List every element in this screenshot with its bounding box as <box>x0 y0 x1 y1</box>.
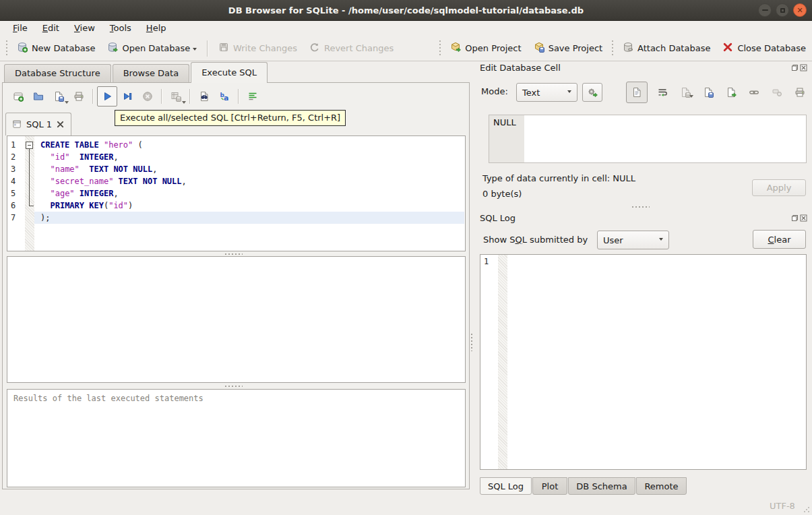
set-null-button <box>769 84 785 100</box>
splitter-handle[interactable] <box>225 386 243 387</box>
dock-close-icon[interactable] <box>800 64 807 71</box>
pane-splitter-handle[interactable] <box>471 334 472 351</box>
close-database-button[interactable]: Close Database <box>716 38 812 58</box>
find-replace-button[interactable] <box>194 86 214 107</box>
fold-marker[interactable] <box>26 142 33 149</box>
close-database-icon <box>722 42 733 55</box>
link-button[interactable] <box>746 84 762 100</box>
tab-database-structure[interactable]: Database Structure <box>4 64 111 82</box>
execute-current-line-button[interactable] <box>117 86 137 107</box>
revert-changes-button: Revert Changes <box>303 38 400 58</box>
titlebar[interactable]: DB Browser for SQLite - /home/user/code/… <box>0 0 812 21</box>
tab-sql-log[interactable]: SQL Log <box>480 477 532 495</box>
execute-sql-button[interactable] <box>97 86 117 107</box>
results-message-area[interactable]: Results of the last executed statements <box>7 389 466 487</box>
print-icon <box>73 91 84 102</box>
open-sql-file-button[interactable] <box>28 86 49 107</box>
line-number: 3 <box>7 163 25 175</box>
code-line: ); <box>34 212 464 224</box>
open-sql-file-icon <box>33 91 44 102</box>
line-number: 1 <box>7 139 25 151</box>
new-database-button[interactable]: New Database <box>11 38 102 58</box>
menu-item-file[interactable]: File <box>5 22 35 34</box>
cell-print-button[interactable] <box>792 84 808 100</box>
execute-current-line-icon <box>122 91 133 102</box>
tab-plot[interactable]: Plot <box>532 477 567 495</box>
splitter-handle[interactable] <box>225 253 243 255</box>
close-tab-icon[interactable] <box>56 120 65 129</box>
save-results-icon <box>170 91 181 102</box>
attach-database-button[interactable]: Attach Database <box>617 38 716 58</box>
code-line: PRIMARY KEY("id") <box>34 200 464 212</box>
apply-button: Apply <box>752 179 806 196</box>
sql-editor[interactable]: 1234567 CREATE TABLE "hero" ( "id" INTEG… <box>7 135 466 251</box>
close-button[interactable]: ✕ <box>793 3 807 17</box>
log-filter-label: Show SQL submitted by <box>483 235 588 245</box>
save-as-cell-icon <box>703 87 714 98</box>
tab-remote[interactable]: Remote <box>636 477 687 495</box>
toolbar-grip[interactable] <box>6 40 7 57</box>
toolbar-separator <box>238 89 239 104</box>
print-button[interactable] <box>69 86 89 107</box>
save-project-button[interactable]: Save Project <box>528 38 609 58</box>
log-filter-select[interactable]: User <box>597 231 669 249</box>
results-grid[interactable] <box>7 256 466 383</box>
minimize-button[interactable] <box>758 3 772 17</box>
clear-log-button[interactable]: Clear <box>753 230 806 249</box>
auto-switch-mode-button[interactable] <box>582 83 602 102</box>
dock-float-icon[interactable] <box>791 64 799 71</box>
dock-splitter-handle[interactable] <box>632 206 650 208</box>
dock-float-icon[interactable] <box>791 214 799 222</box>
tab-execute-sql[interactable]: Execute SQL <box>191 62 268 83</box>
log-filter-value: User <box>603 235 623 245</box>
toolbar-separator <box>161 89 162 104</box>
cell-print-icon <box>794 87 805 98</box>
menu-item-view[interactable]: View <box>67 22 102 34</box>
tab-db-schema[interactable]: DB Schema <box>568 477 635 495</box>
toolbar-grip[interactable] <box>439 40 441 57</box>
menu-item-edit[interactable]: Edit <box>35 22 67 34</box>
minimize-icon <box>762 9 768 11</box>
sql-tab-icon <box>12 119 22 129</box>
sql-editor-tab[interactable]: SQL 1 <box>5 113 71 135</box>
save-as-cell-button[interactable] <box>700 84 716 100</box>
cell-value: NULL <box>493 117 516 127</box>
menu-item-help[interactable]: Help <box>139 22 174 34</box>
resize-grip[interactable] <box>803 505 810 515</box>
link-icon <box>749 87 759 98</box>
export-cell-icon <box>726 87 737 98</box>
open-database-label: Open Database <box>122 43 190 53</box>
close-icon: ✕ <box>797 7 803 14</box>
dock-close-icon[interactable] <box>800 214 807 222</box>
find-replace-icon <box>199 91 210 102</box>
new-tab-icon <box>13 91 24 102</box>
save-sql-file-button[interactable] <box>49 86 69 107</box>
attach-database-icon <box>623 42 633 55</box>
open-database-button[interactable]: Open Database <box>101 38 203 58</box>
edit-cell-dock-buttons <box>791 64 807 71</box>
open-project-button[interactable]: Open Project <box>444 38 527 58</box>
sql-log-area[interactable]: 1 <box>480 254 807 470</box>
encoding-status: UTF-8 <box>770 501 795 511</box>
export-cell-button[interactable] <box>723 84 739 100</box>
line-number: 6 <box>7 200 25 212</box>
new-tab-button[interactable] <box>8 86 28 107</box>
set-null-icon <box>772 87 782 98</box>
import-cell-button <box>677 84 693 100</box>
word-wrap-lines-button[interactable] <box>243 86 263 107</box>
menu-item-tools[interactable]: Tools <box>102 22 139 34</box>
maximize-button[interactable] <box>776 3 789 17</box>
line-number: 7 <box>7 212 25 224</box>
cell-word-wrap-button[interactable] <box>654 84 670 100</box>
maximize-icon <box>780 8 785 13</box>
cell-value-editor[interactable]: NULL <box>489 115 807 163</box>
stop-execution-icon <box>142 91 153 102</box>
mode-select[interactable]: Text <box>516 83 577 102</box>
text-mode-button[interactable] <box>626 82 648 103</box>
chevron-down-icon <box>659 238 663 243</box>
sql-code[interactable]: CREATE TABLE "hero" ( "id" INTEGER, "nam… <box>34 139 464 224</box>
tab-browse-data[interactable]: Browse Data <box>113 64 190 82</box>
toolbar-grip[interactable] <box>612 40 613 57</box>
format-sql-button[interactable]: ba <box>214 86 235 107</box>
fold-line-corner <box>29 206 34 206</box>
